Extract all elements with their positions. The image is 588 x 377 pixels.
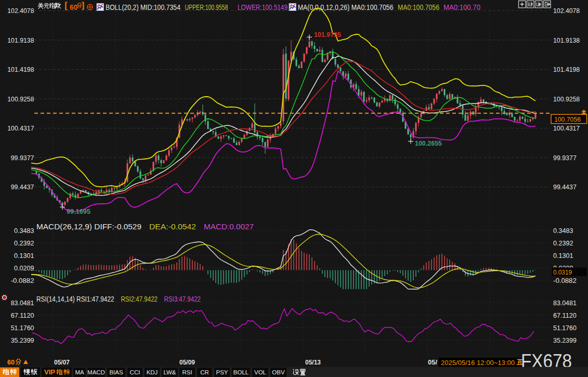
svg-text:100.7056: 100.7056: [554, 115, 581, 123]
svg-text:60: 60: [7, 358, 15, 366]
svg-text:RSI3:47.9422: RSI3:47.9422: [164, 295, 201, 303]
svg-text:BOLL: BOLL: [233, 369, 249, 375]
svg-text:51.1760: 51.1760: [553, 324, 577, 332]
svg-text:-0.0882: -0.0882: [11, 277, 34, 284]
svg-text:99.4437: 99.4437: [553, 183, 577, 191]
svg-text:101.9138: 101.9138: [7, 36, 34, 44]
svg-text:CR: CR: [200, 369, 209, 375]
svg-text:PSY: PSY: [216, 369, 228, 375]
svg-text:100.9258: 100.9258: [7, 95, 34, 103]
svg-text:100.9258: 100.9258: [553, 95, 580, 103]
svg-text:0.1301: 0.1301: [14, 252, 34, 259]
svg-text:99.9377: 99.9377: [11, 154, 34, 162]
svg-text:0.0319: 0.0319: [553, 268, 572, 276]
svg-text:RSI: RSI: [182, 369, 192, 375]
svg-text:102.4078: 102.4078: [553, 7, 580, 15]
svg-text:MACD(26,12,9) DIFF:-0.0529: MACD(26,12,9) DIFF:-0.0529: [36, 223, 141, 231]
svg-text:KDJ: KDJ: [147, 369, 158, 375]
svg-text:0.3483: 0.3483: [14, 227, 34, 235]
svg-text:0.3483: 0.3483: [553, 227, 573, 235]
svg-text:101.9735: 101.9735: [314, 31, 341, 38]
svg-text:51.1760: 51.1760: [11, 324, 34, 332]
svg-text:LW&: LW&: [163, 369, 176, 375]
svg-text:-0.0882: -0.0882: [553, 277, 577, 284]
svg-text:100.4317: 100.4317: [553, 124, 580, 132]
svg-text:67.1120: 67.1120: [11, 311, 34, 319]
svg-text:100.2655: 100.2655: [415, 139, 442, 147]
svg-text:83.0481: 83.0481: [11, 299, 34, 307]
svg-text:OBV: OBV: [272, 369, 285, 375]
svg-text:BOLL(20,2) MID:100.7354: BOLL(20,2) MID:100.7354: [106, 3, 180, 11]
svg-text:05/: 05/: [428, 358, 437, 366]
svg-text:MA: MA: [75, 369, 84, 375]
svg-text:MA(0,0,0,12,0,26) MA0:100.7056: MA(0,0,0,12,0,26) MA0:100.7056: [298, 3, 394, 11]
svg-text:VOL: VOL: [254, 369, 267, 375]
svg-text:UPPER:100.9558: UPPER:100.9558: [185, 3, 228, 11]
svg-text:100.4317: 100.4317: [7, 124, 34, 132]
svg-text:RSI(14,14,14) RSI1:47.9422: RSI(14,14,14) RSI1:47.9422: [36, 295, 114, 303]
svg-text:0.0209: 0.0209: [14, 264, 34, 272]
svg-text:DEA:-0.0542: DEA:-0.0542: [149, 223, 196, 231]
svg-text:MA0:100.70: MA0:100.70: [443, 3, 480, 11]
svg-text:MA0:100.7056: MA0:100.7056: [398, 3, 439, 11]
svg-text:05/07: 05/07: [54, 358, 70, 366]
svg-text:MACD:0.0027: MACD:0.0027: [204, 223, 254, 231]
svg-text:2025/05/16 12:00~13:00: 2025/05/16 12:00~13:00: [441, 359, 515, 367]
svg-text:LOWER:100.5149: LOWER:100.5149: [238, 3, 288, 11]
svg-text:BIAS: BIAS: [109, 369, 123, 375]
svg-text:05/13: 05/13: [305, 358, 321, 366]
svg-text:101.4198: 101.4198: [7, 66, 34, 73]
svg-text:35.2399: 35.2399: [553, 336, 577, 344]
svg-text:0.1301: 0.1301: [553, 252, 573, 259]
svg-text:0.2392: 0.2392: [553, 239, 573, 247]
svg-text:05/09: 05/09: [179, 358, 195, 366]
svg-text:CCI: CCI: [130, 369, 140, 375]
svg-text:67.1120: 67.1120: [553, 311, 577, 319]
svg-text:35.2399: 35.2399: [11, 336, 34, 344]
svg-text:99.9377: 99.9377: [553, 154, 577, 162]
svg-text:MACD: MACD: [87, 369, 105, 375]
svg-text:VIP: VIP: [44, 369, 55, 376]
svg-text:101.4198: 101.4198: [553, 66, 580, 73]
svg-text:0.2392: 0.2392: [14, 239, 34, 247]
svg-text:83.0481: 83.0481: [553, 299, 577, 307]
svg-text:60: 60: [70, 3, 77, 11]
svg-text:101.9138: 101.9138: [553, 36, 580, 44]
svg-text:102.4078: 102.4078: [7, 7, 34, 15]
svg-text:99.1695: 99.1695: [67, 207, 90, 215]
svg-text:RSI2:47.9422: RSI2:47.9422: [121, 295, 158, 303]
svg-text:99.4437: 99.4437: [11, 183, 34, 191]
